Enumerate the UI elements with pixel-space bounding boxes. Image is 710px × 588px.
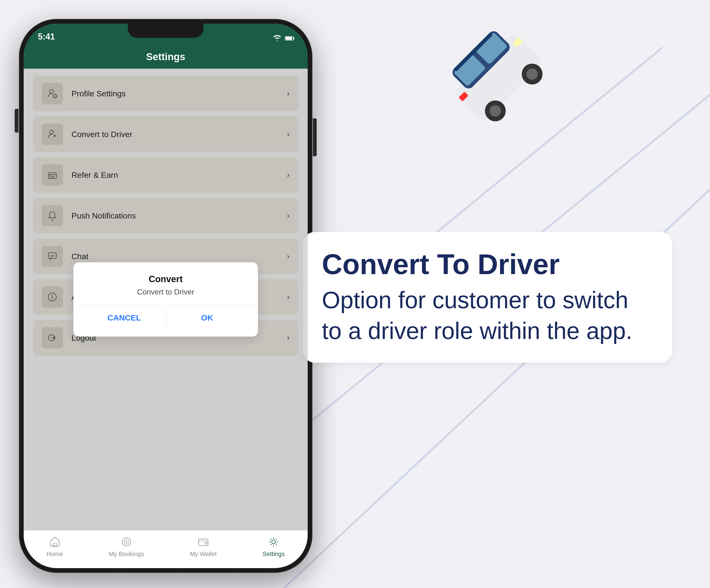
home-icon — [48, 535, 62, 548]
nav-item-settings[interactable]: Settings — [262, 535, 285, 558]
settings-icon — [267, 535, 280, 548]
dialog-buttons: CANCEL OK — [83, 306, 249, 330]
wifi-icon — [273, 35, 282, 42]
app-header: Settings — [24, 45, 308, 69]
my-bookings-icon — [120, 535, 133, 548]
car-illustration — [426, 19, 568, 137]
callout-body: Option for customer to switch to a drive… — [322, 284, 653, 346]
nav-item-my-bookings[interactable]: My Bookings — [109, 535, 144, 558]
svg-point-29 — [272, 540, 276, 544]
battery-icon — [285, 36, 293, 41]
callout-box: Convert To Driver Option for customer to… — [303, 232, 672, 363]
dialog-title: Convert — [83, 274, 249, 284]
app-content: Profile Settings › Convert to Driver › — [24, 69, 308, 530]
phone-device: 5:41 Settings — [19, 19, 312, 573]
nav-label-my-bookings: My Bookings — [109, 550, 144, 558]
callout-title: Convert To Driver — [322, 249, 653, 280]
nav-item-home[interactable]: Home — [47, 535, 63, 558]
status-time: 5:41 — [38, 32, 55, 42]
feature-callout: Convert To Driver Option for customer to… — [303, 213, 672, 363]
nav-label-settings: Settings — [262, 550, 285, 558]
dialog-ok-button[interactable]: OK — [166, 306, 249, 330]
dialog-cancel-button[interactable]: CANCEL — [83, 306, 166, 330]
app-header-title: Settings — [146, 51, 185, 63]
nav-item-my-wallet[interactable]: My Wallet — [190, 535, 216, 558]
svg-rect-28 — [205, 542, 207, 544]
convert-dialog: Convert Convert to Driver CANCEL OK — [73, 262, 258, 337]
phone-notch — [128, 24, 204, 38]
svg-point-26 — [126, 541, 127, 543]
bottom-nav: Home My Bookings — [24, 530, 308, 568]
nav-label-home: Home — [47, 550, 63, 558]
my-wallet-icon — [197, 535, 210, 548]
dialog-overlay: Convert Convert to Driver CANCEL OK — [24, 69, 308, 530]
nav-label-my-wallet: My Wallet — [190, 550, 216, 558]
dialog-message: Convert to Driver — [83, 288, 249, 297]
status-icons — [273, 35, 293, 42]
